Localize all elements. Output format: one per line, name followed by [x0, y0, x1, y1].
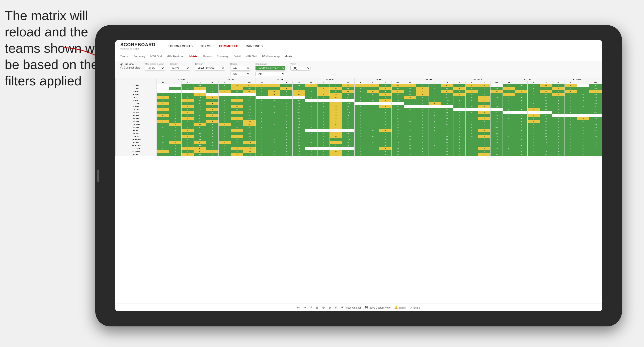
subnav-players-matrix[interactable]: Matrix	[285, 54, 292, 59]
cell-13-30: 4	[527, 123, 540, 126]
cell-0-34	[577, 84, 589, 87]
cell-16-3: 38	[194, 132, 206, 135]
subnav-players-h2h-heatmap[interactable]: H2H Heatmap	[262, 54, 280, 59]
watch-button[interactable]: 🔔 Watch	[394, 306, 406, 309]
cell-16-23: -18	[441, 132, 453, 135]
cell-8-16: 3	[354, 108, 367, 111]
cell-15-30: 0	[527, 129, 540, 132]
settings-button[interactable]: ⚙	[335, 306, 338, 309]
cell-11-12: 2	[305, 117, 317, 120]
cell-1-2: 1	[181, 87, 194, 90]
cell-15-29: 4	[515, 129, 527, 132]
sub-header-0-T: T	[181, 81, 194, 84]
subnav-teams[interactable]: Teams	[120, 54, 128, 59]
cell-17-24: 1	[453, 135, 466, 138]
cell-5-11: 39	[293, 99, 305, 102]
tablet-screen: SCOREBOARD Powered by clippd TOURNAMENTS…	[115, 40, 602, 311]
nav-committee[interactable]: COMMITTEE	[219, 44, 238, 48]
cell-17-14: 0	[330, 135, 342, 138]
cell-17-2: 1	[181, 135, 194, 138]
cell-2-28: 2	[503, 90, 515, 93]
division-label: Division	[195, 63, 225, 65]
cell-8-9: 1	[268, 108, 280, 111]
cell-1-13: 1	[317, 87, 330, 90]
subnav-h2h-grid[interactable]: H2H Grid	[150, 54, 162, 59]
cell-21-22: 2	[429, 147, 441, 150]
subnav-players-summary[interactable]: Summary	[217, 54, 228, 59]
cell-19-4: 3	[206, 141, 218, 144]
region-sub-select[interactable]: N/A	[230, 72, 250, 76]
reset-button[interactable]: ↺	[310, 306, 312, 309]
sub-header-3-T: T	[330, 81, 342, 84]
cell-9-23: -1	[441, 111, 453, 114]
sub-header-4-Dif: Dif	[391, 81, 404, 84]
save-custom-view-button[interactable]: 💾 Save Custom View	[365, 306, 390, 309]
cell-1-0	[157, 87, 169, 90]
table-row: 3. ASU034-624412334-7204040115131-421151…	[116, 90, 602, 93]
conference-select[interactable]: Pac-12 Conference	[255, 66, 285, 71]
cell-17-27: 24	[490, 135, 503, 138]
cell-5-10: 0	[280, 99, 293, 102]
region-select[interactable]: N/A	[230, 66, 250, 71]
cell-18-6: 4	[231, 138, 243, 141]
undo-button[interactable]: ↩	[297, 306, 300, 309]
compact-view-radio[interactable]: Compact View	[120, 66, 140, 69]
subnav-matrix[interactable]: Matrix	[189, 54, 197, 59]
cell-9-33: 4	[565, 111, 577, 114]
cell-0-31: 14	[540, 84, 552, 87]
cell-15-9: 2	[268, 129, 280, 132]
cell-14-35: 29	[589, 126, 602, 129]
sub-header-8-Dif: Dif	[589, 81, 602, 84]
redo-button[interactable]: ↪	[303, 306, 306, 309]
nav-tournaments[interactable]: TOURNAMENTS	[168, 44, 193, 48]
gender-select[interactable]: Men's Women's	[170, 66, 190, 71]
cell-18-22: 3	[429, 138, 441, 141]
max-teams-select[interactable]: Top 25 Top 50	[145, 66, 165, 71]
cell-8-10: 3	[280, 108, 293, 111]
cell-21-15	[342, 147, 354, 150]
conference-sub-select[interactable]: (All)	[255, 72, 285, 76]
cell-17-7: -20	[243, 135, 256, 138]
region-filter: Region N/A N/A	[230, 63, 250, 76]
nav-teams[interactable]: TEAMS	[200, 44, 212, 48]
subnav-summary[interactable]: Summary	[133, 54, 145, 59]
team-select[interactable]: (All)	[290, 66, 310, 71]
full-view-radio[interactable]: Full View	[120, 63, 140, 66]
cell-3-31: 8	[540, 93, 552, 96]
cell-10-17: 1	[367, 114, 379, 117]
cell-18-0: 2	[157, 138, 169, 141]
share-button[interactable]: ↗ Share	[410, 306, 420, 309]
subnav-players-h2h-grid[interactable]: H2H Grid	[246, 54, 257, 59]
cell-23-13: 3	[317, 153, 330, 156]
cell-14-13: 1	[317, 126, 330, 129]
zoom-in-button[interactable]: ⊕	[329, 306, 331, 309]
cell-13-9: 4	[268, 123, 280, 126]
cell-11-35: 16	[589, 117, 602, 120]
cell-21-28: 0	[503, 147, 515, 150]
subnav-h2h-heatmap[interactable]: H2H Heatmap	[167, 54, 184, 59]
cell-12-12: 1	[305, 120, 317, 123]
cell-3-11: 30	[293, 93, 305, 96]
cell-17-33: 2	[565, 135, 577, 138]
division-select[interactable]: NCAA Division I NCAA Division II	[195, 66, 225, 71]
cell-8-7: 14	[243, 108, 256, 111]
cell-20-33: 3	[565, 144, 577, 147]
tablet-side-button[interactable]	[97, 169, 99, 182]
cell-19-13: 4	[317, 141, 330, 144]
cell-8-35: 22	[589, 108, 602, 111]
matrix-scroll-area[interactable]: 3. ASU 10. UW 11. UA 22. UCB 24. UO 27. …	[115, 78, 602, 304]
nav-rankings[interactable]: RANKINGS	[246, 44, 263, 48]
zoom-fit-button[interactable]: ⊞	[316, 306, 318, 309]
zoom-out-button[interactable]: ⊖	[322, 306, 325, 309]
cell-10-2: 1	[181, 114, 194, 117]
cell-19-34: 2	[577, 141, 589, 144]
cell-2-18: 4	[379, 90, 391, 93]
subnav-detail[interactable]: Detail	[233, 54, 240, 59]
cell-20-3: 37	[194, 144, 206, 147]
cell-2-19: 0	[391, 90, 404, 93]
cell-14-30: 2	[527, 126, 540, 129]
subnav-players[interactable]: Players	[202, 54, 212, 59]
cell-1-5: 3	[218, 87, 231, 90]
cell-7-26: 3	[478, 105, 490, 108]
view-original-button[interactable]: 👁 View: Original	[341, 306, 361, 309]
